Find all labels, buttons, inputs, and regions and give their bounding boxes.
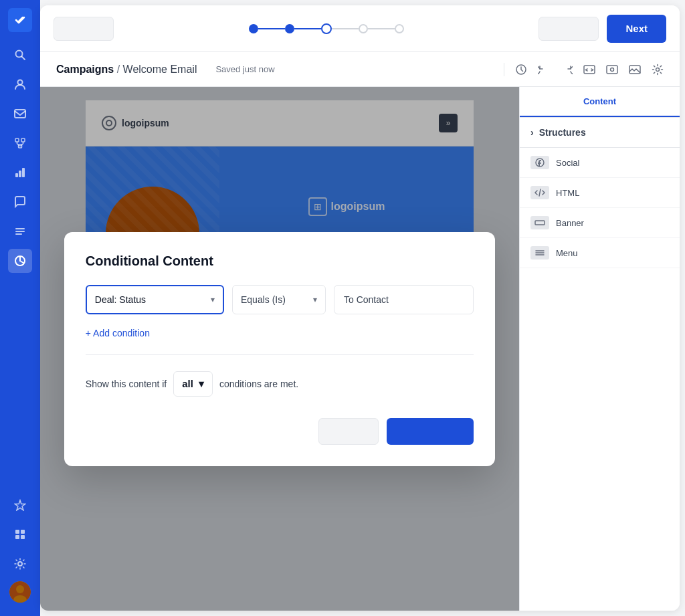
breadcrumb-bar: Campaigns / Welcome Email Saved just now [40, 52, 680, 87]
show-content-suffix: conditions are met. [219, 379, 298, 389]
add-condition-button[interactable]: + Add condition [86, 328, 150, 338]
banner-icon [530, 216, 549, 229]
svg-rect-21 [21, 535, 25, 539]
structures-header[interactable]: › Structures [520, 118, 680, 148]
cancel-button[interactable] [318, 418, 379, 445]
banner-label: Banner [556, 218, 584, 228]
svg-point-29 [611, 68, 614, 71]
page-title: Welcome Email [123, 64, 197, 75]
panel-items: Social HTML Banner [520, 148, 680, 268]
sidebar-item-search[interactable] [8, 43, 32, 67]
step-line-2 [294, 28, 321, 29]
history-icon[interactable] [515, 64, 527, 76]
menu-label: Menu [556, 248, 578, 258]
step-4 [359, 24, 368, 33]
step-line-4 [368, 28, 395, 29]
panel-item-banner[interactable]: Banner [520, 208, 680, 238]
right-panel: Content › Structures Social [519, 87, 680, 611]
conditional-content-modal: Conditional Content Deal: Status ▾ Equal… [64, 232, 495, 466]
step-5 [395, 24, 404, 33]
step-2 [285, 24, 294, 33]
chevron-down-icon: ▾ [211, 295, 215, 304]
svg-rect-28 [607, 66, 617, 74]
condition-field-select[interactable]: Deal: Status ▾ [86, 285, 224, 314]
svg-rect-5 [21, 138, 25, 142]
sidebar-item-reports[interactable] [8, 249, 32, 273]
sidebar-item-chat[interactable] [8, 190, 32, 214]
panel-tabs: Content [520, 87, 680, 118]
condition-value-input[interactable] [334, 285, 474, 314]
svg-rect-12 [19, 171, 21, 177]
svg-rect-4 [15, 138, 19, 142]
conditions-met-row: Show this content if all ▾ conditions ar… [86, 371, 474, 397]
modal-overlay: Conditional Content Deal: Status ▾ Equal… [40, 87, 519, 611]
image-icon[interactable] [629, 64, 641, 76]
sidebar [0, 0, 40, 616]
chevron-down-all-icon: ▾ [199, 378, 204, 390]
svg-point-31 [656, 68, 660, 71]
condition-operator-select[interactable]: Equals (Is) ▾ [232, 285, 326, 314]
svg-rect-33 [535, 221, 545, 225]
code-icon[interactable] [583, 64, 595, 76]
svg-point-2 [18, 80, 23, 85]
sidebar-item-favorites[interactable] [8, 493, 32, 517]
social-icon [530, 156, 549, 169]
modal-footer [86, 418, 474, 445]
html-label: HTML [556, 188, 579, 198]
svg-rect-20 [15, 535, 19, 539]
chevron-down-operator-icon: ▾ [313, 295, 317, 304]
sidebar-item-settings[interactable] [8, 552, 32, 576]
svg-rect-3 [15, 110, 25, 118]
sidebar-item-contacts[interactable] [8, 72, 32, 96]
all-conditions-select[interactable]: all ▾ [173, 371, 213, 397]
saved-status: Saved just now [215, 64, 274, 74]
svg-rect-18 [15, 530, 19, 534]
svg-rect-11 [15, 173, 18, 177]
editor-area: logoipsum » ⊞ [40, 87, 680, 611]
main-content: Next Campaigns / Welcome Email Saved jus… [40, 5, 680, 611]
chevron-right-icon: › [530, 127, 534, 138]
undo-icon[interactable] [538, 64, 550, 76]
step-1 [249, 24, 258, 33]
panel-item-social[interactable]: Social [520, 148, 680, 178]
condition-row: Deal: Status ▾ Equals (Is) ▾ [86, 285, 474, 314]
svg-point-22 [18, 562, 22, 566]
social-label: Social [556, 158, 579, 168]
user-avatar[interactable] [9, 581, 31, 603]
menu-icon [530, 246, 549, 260]
apply-button[interactable] [387, 418, 474, 445]
sidebar-item-flows[interactable] [8, 131, 32, 155]
html-icon [530, 186, 549, 199]
svg-rect-13 [22, 168, 25, 177]
step-line-3 [332, 28, 359, 29]
canvas-area: logoipsum » ⊞ [40, 87, 519, 611]
step-3 [321, 23, 332, 34]
panel-item-html[interactable]: HTML [520, 178, 680, 208]
svg-line-1 [22, 57, 25, 60]
svg-rect-19 [21, 530, 25, 534]
redo-icon[interactable] [561, 64, 573, 76]
divider [504, 63, 504, 76]
back-button[interactable] [54, 17, 114, 41]
breadcrumb: Campaigns / Welcome Email [56, 64, 197, 76]
sidebar-item-list[interactable] [8, 219, 32, 243]
sidebar-item-apps[interactable] [8, 522, 32, 546]
panel-item-menu[interactable]: Menu [520, 238, 680, 268]
preview-icon[interactable] [606, 64, 618, 76]
show-content-prefix: Show this content if [86, 379, 167, 389]
step-line-1 [258, 28, 285, 29]
settings-icon[interactable] [652, 64, 664, 76]
structures-label: Structures [539, 127, 586, 138]
sidebar-item-email[interactable] [8, 102, 32, 126]
modal-title: Conditional Content [86, 253, 474, 269]
campaigns-link[interactable]: Campaigns [56, 64, 114, 75]
svg-point-24 [16, 585, 24, 593]
breadcrumb-actions [504, 63, 664, 76]
tab-content[interactable]: Content [520, 87, 680, 117]
sidebar-logo[interactable] [8, 8, 32, 32]
stepper [122, 23, 530, 34]
next-button[interactable]: Next [607, 15, 666, 43]
top-bar: Next [40, 5, 680, 52]
sidebar-item-analytics[interactable] [8, 161, 32, 185]
preview-button[interactable] [539, 17, 599, 41]
